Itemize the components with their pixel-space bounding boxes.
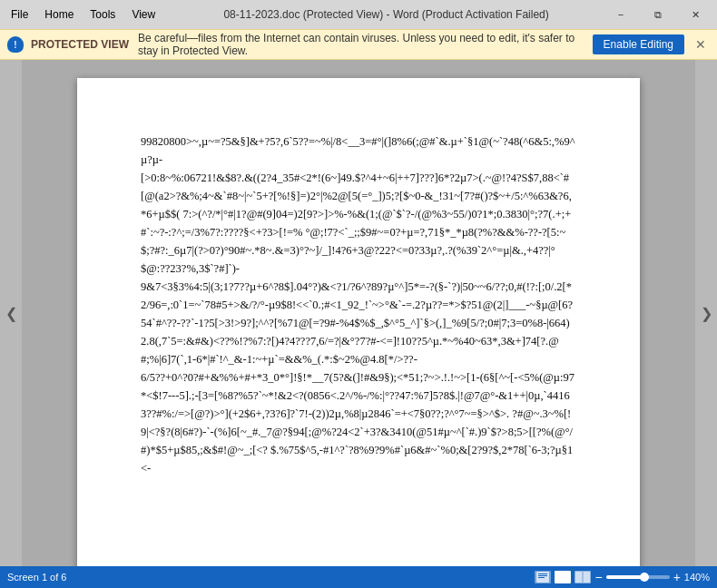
next-page-button[interactable]: ❯ <box>695 60 717 566</box>
shield-icon: ! <box>7 36 24 53</box>
window-controls[interactable]: − ⧉ ✕ <box>603 2 713 27</box>
web-view-icon[interactable] <box>575 571 591 583</box>
zoom-in-button[interactable]: + <box>673 570 681 584</box>
zoom-slider-area[interactable]: − + <box>594 570 680 584</box>
prev-page-button[interactable]: ❮ <box>0 60 22 566</box>
close-bar-button[interactable]: ✕ <box>692 35 710 54</box>
menu-tools[interactable]: Tools <box>83 5 123 24</box>
read-view-icon[interactable] <box>555 571 571 583</box>
svg-rect-2 <box>538 575 547 576</box>
status-left: Screen 1 of 6 <box>7 572 527 583</box>
svg-rect-4 <box>555 573 562 582</box>
svg-rect-1 <box>538 573 547 574</box>
zoom-out-button[interactable]: − <box>594 570 602 584</box>
document-page: 99820800>~,µ~=?5&§]&+?5?,6`5??=~%|/8<__3… <box>77 78 640 566</box>
status-bar: Screen 1 of 6 − + 140% <box>0 566 717 588</box>
status-right: − + 140% <box>535 570 710 584</box>
print-view-icon[interactable] <box>535 571 551 583</box>
protected-view-bar: ! PROTECTED VIEW Be careful—files from t… <box>0 29 717 60</box>
svg-rect-5 <box>564 573 570 582</box>
protected-text: Be careful—files from the Internet can c… <box>138 32 585 57</box>
document-content: 99820800>~,µ~=?5&§]&+?5?,6`5??=~%|/8<__3… <box>141 132 576 477</box>
zoom-bar-thumb <box>640 573 649 582</box>
protected-label: PROTECTED VIEW <box>31 38 129 51</box>
zoom-slider[interactable] <box>606 575 670 579</box>
title-bar: File Home Tools View 08-11-2023.doc (Pro… <box>0 0 717 29</box>
window-title: 08-11-2023.doc (Protected View) - Word (… <box>170 8 603 21</box>
zoom-level: 140% <box>684 572 710 583</box>
page-indicator: Screen 1 of 6 <box>7 572 66 583</box>
view-icons[interactable] <box>535 571 591 583</box>
close-button[interactable]: ✕ <box>677 2 713 27</box>
menu-view[interactable]: View <box>124 5 162 24</box>
menu-bar[interactable]: File Home Tools View <box>4 5 162 24</box>
zoom-bar-fill <box>606 575 644 579</box>
menu-home[interactable]: Home <box>37 5 81 24</box>
svg-rect-3 <box>538 577 545 578</box>
minimize-button[interactable]: − <box>603 2 639 27</box>
document-scroll[interactable]: 99820800>~,µ~=?5&§]&+?5?,6`5??=~%|/8<__3… <box>22 60 695 566</box>
document-area: ❮ 99820800>~,µ~=?5&§]&+?5?,6`5??=~%|/8<_… <box>0 60 717 566</box>
restore-button[interactable]: ⧉ <box>640 2 676 27</box>
menu-file[interactable]: File <box>4 5 35 24</box>
enable-editing-button[interactable]: Enable Editing <box>593 34 684 54</box>
